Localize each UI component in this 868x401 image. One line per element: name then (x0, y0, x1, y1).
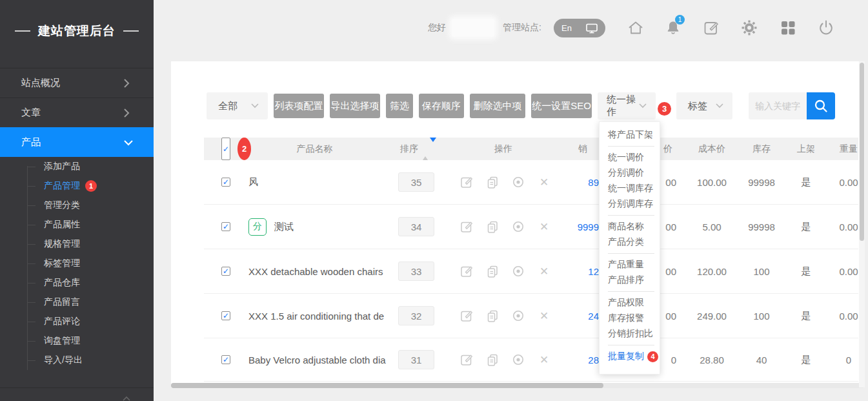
sort-input[interactable]: 34 (398, 217, 434, 236)
sales-link[interactable]: 12 (554, 249, 599, 293)
sidebar-subitem-product-warehouse[interactable]: 产品仓库 (0, 273, 154, 293)
sales-link[interactable]: 89 (554, 160, 599, 204)
edit-icon[interactable] (703, 19, 720, 36)
sales-link[interactable]: 28 (554, 338, 599, 381)
table-row: ✓ Baby Velcro adjustable cloth dia 31 ✕ … (204, 338, 858, 382)
list-config-button[interactable]: 列表项配置 (274, 94, 324, 118)
delete-icon[interactable]: ✕ (537, 294, 551, 338)
menu-item-product-permission[interactable]: 产品权限 (600, 295, 660, 311)
sort-input[interactable]: 33 (398, 262, 434, 281)
sidebar-subitem-add-product[interactable]: 添加产品 (0, 157, 154, 176)
language-site-switcher[interactable]: En (554, 19, 605, 37)
cost-value: 28.80 (686, 338, 738, 381)
sort-desc-icon[interactable] (430, 138, 436, 160)
preview-icon[interactable] (511, 338, 525, 381)
menu-item-separate-stock[interactable]: 分别调库存 (600, 196, 660, 212)
chevron-down-icon (251, 103, 259, 108)
row-checkbox[interactable]: ✓ (221, 355, 230, 364)
delete-selected-button[interactable]: 删除选中项 (470, 94, 525, 118)
menu-item-product-category[interactable]: 产品分类 (600, 234, 660, 250)
row-checkbox[interactable]: ✓ (221, 311, 230, 320)
content-panel: 全部 列表项配置 导出选择项 筛选 保存顺序 删除选中项 统一设置SEO 统一操… (171, 61, 859, 387)
search-input[interactable] (749, 92, 807, 119)
copy-icon[interactable] (485, 249, 500, 293)
menu-item-unified-price[interactable]: 统一调价 (600, 150, 660, 165)
sidebar-subitem-manage-categories[interactable]: 管理分类 (0, 196, 154, 215)
menu-item-product-name[interactable]: 商品名称 (600, 219, 660, 234)
settings-gear-icon[interactable] (741, 19, 758, 36)
preview-icon[interactable] (511, 160, 525, 204)
column-header-sort[interactable]: 排序 (400, 138, 418, 160)
edit-icon[interactable] (459, 160, 474, 204)
sales-link[interactable]: 24 (554, 294, 599, 338)
greeting-label: 您好 (428, 22, 446, 34)
step-badge-2: 2 (237, 138, 251, 160)
column-header-price: 价 (663, 138, 672, 160)
preview-icon[interactable] (511, 294, 525, 338)
sort-input[interactable]: 31 (398, 350, 434, 369)
sidebar-subitem-product-attributes[interactable]: 产品属性 (0, 215, 154, 234)
save-order-button[interactable]: 保存顺序 (419, 94, 464, 118)
copy-icon[interactable] (485, 294, 500, 338)
menu-item-product-sort[interactable]: 产品排序 (600, 272, 660, 288)
batch-operations-dropdown[interactable]: 统一操作 (598, 92, 656, 119)
app-title-text: 建站管理后台 (38, 23, 116, 39)
sidebar-subitem-product-management[interactable]: 产品管理 1 (0, 176, 154, 196)
sidebar-subitem-inquiry-management[interactable]: 询盘管理 (0, 331, 154, 351)
menu-item-stock-alert[interactable]: 库存报警 (600, 311, 660, 326)
menu-item-separate-price[interactable]: 分别调价 (600, 165, 660, 181)
tags-dropdown[interactable]: 标签 (676, 92, 732, 119)
menu-item-distribution-discount[interactable]: 分销折扣比 (600, 326, 660, 342)
preview-icon[interactable] (511, 249, 525, 293)
export-selected-button[interactable]: 导出选择项 (330, 94, 380, 118)
on-shelf-value: 是 (787, 205, 825, 249)
menu-item-unified-stock[interactable]: 统一调库存 (600, 181, 660, 196)
sort-input[interactable]: 32 (398, 306, 434, 325)
category-filter-dropdown[interactable]: 全部 (207, 92, 268, 119)
edit-icon[interactable] (459, 205, 474, 249)
search-button[interactable] (807, 92, 835, 119)
delete-icon[interactable]: ✕ (537, 160, 551, 204)
preview-icon[interactable] (511, 205, 525, 249)
menu-divider (608, 146, 654, 147)
sidebar-subitem-product-reviews[interactable]: 产品评论 (0, 312, 154, 331)
edit-icon[interactable] (459, 294, 474, 338)
sort-asc-icon[interactable] (423, 138, 428, 160)
sort-input[interactable]: 35 (398, 172, 434, 192)
delete-icon[interactable]: ✕ (537, 205, 551, 249)
menu-item-product-weight[interactable]: 产品重量 (600, 257, 660, 272)
row-checkbox[interactable]: ✓ (221, 267, 230, 276)
sidebar-subitem-import-export[interactable]: 导入/导出 (0, 351, 154, 370)
row-checkbox[interactable]: ✓ (221, 222, 230, 231)
unified-seo-button[interactable]: 统一设置SEO (531, 94, 592, 118)
menu-item-take-off-shelf[interactable]: 将产品下架 (600, 127, 660, 143)
step-badge-3: 3 (658, 102, 671, 116)
row-checkbox[interactable]: ✓ (221, 178, 230, 187)
sidebar-item-articles[interactable]: 文章 (0, 98, 154, 127)
on-shelf-value: 是 (787, 160, 825, 204)
sidebar-subitem-tag-management[interactable]: 标签管理 (0, 254, 154, 273)
copy-icon[interactable] (485, 160, 500, 204)
horizontal-scrollbar-thumb[interactable] (171, 383, 603, 388)
menu-item-batch-copy[interactable]: 批量复制 4 (600, 349, 660, 364)
select-all-checkbox[interactable]: ✓ (221, 138, 230, 160)
sidebar-subitem-product-messages[interactable]: 产品留言 (0, 293, 154, 312)
batch-operations-menu: 将产品下架 统一调价 分别调价 统一调库存 分别调库存 商品名称 产品分类 产品… (599, 121, 660, 375)
edit-icon[interactable] (459, 338, 474, 381)
filter-button[interactable]: 筛选 (386, 94, 413, 118)
sidebar-item-site-overview[interactable]: 站点概况 (0, 68, 154, 98)
sales-link[interactable]: 9999 (554, 205, 599, 249)
edit-icon[interactable] (459, 249, 474, 293)
apps-grid-icon[interactable] (780, 19, 796, 36)
copy-icon[interactable] (485, 205, 500, 249)
sidebar-item-products[interactable]: 产品 (0, 127, 154, 157)
vertical-scrollbar-thumb[interactable] (860, 63, 864, 241)
product-name: 测试 (274, 221, 294, 233)
delete-icon[interactable]: ✕ (537, 249, 551, 293)
logout-power-icon[interactable] (818, 19, 834, 36)
delete-icon[interactable]: ✕ (537, 338, 551, 381)
home-icon[interactable] (627, 19, 644, 36)
sidebar-subitem-spec-management[interactable]: 规格管理 (0, 234, 154, 254)
copy-icon[interactable] (485, 338, 500, 381)
stock-value: 100 (742, 294, 781, 338)
